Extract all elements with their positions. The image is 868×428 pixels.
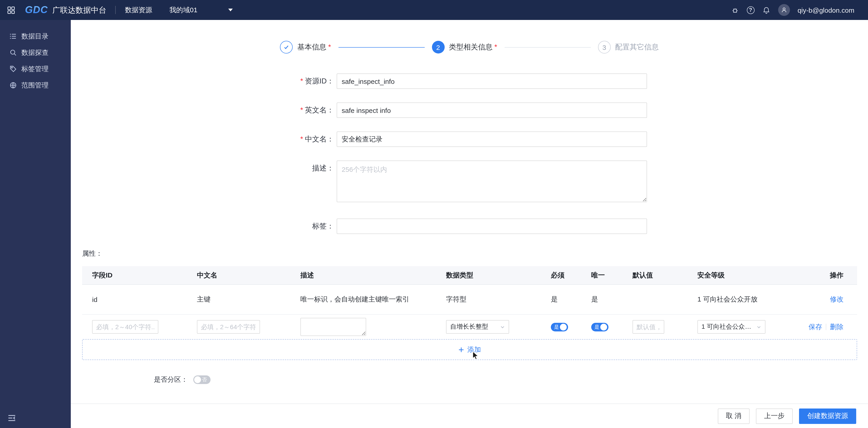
data-type-select-value: 自增长长整型: [450, 323, 488, 331]
domain-select-value: 我的域01: [169, 6, 197, 14]
bug-icon[interactable]: [731, 6, 739, 14]
cell-field-id: id: [92, 296, 197, 303]
cell-unique: 是: [591, 295, 632, 304]
user-email[interactable]: qiy-b@glodon.com: [798, 6, 855, 14]
step-type-info[interactable]: 2 类型相关信息*: [432, 41, 497, 54]
app-root: GDC 广联达数据中台 数据资源 我的域01 ?: [0, 0, 868, 428]
partition-toggle[interactable]: 否: [193, 375, 211, 384]
toggle-knob: [560, 324, 567, 330]
tag-icon: [9, 65, 17, 72]
required-mark: *: [300, 106, 303, 114]
required-mark: *: [300, 135, 303, 143]
sidebar: 数据目录 数据探查 标签管理 范围管理: [0, 20, 71, 428]
tag-label: 标签：: [71, 219, 334, 231]
catalog-list-icon: [9, 33, 17, 40]
partition-row: 是否分区： 否: [154, 375, 868, 384]
tag-input[interactable]: [337, 219, 647, 234]
footer-actions: 取 消 上一步 创建数据资源: [71, 403, 868, 428]
sidebar-item-data-explore[interactable]: 数据探查: [0, 44, 71, 61]
sidebar-item-scope-manage[interactable]: 范围管理: [0, 77, 71, 93]
resource-id-input[interactable]: [337, 73, 647, 89]
save-link[interactable]: 保存: [809, 323, 822, 331]
form-row: 标签：: [71, 219, 868, 234]
col-header-required: 必须: [551, 271, 591, 279]
bell-icon[interactable]: [762, 6, 770, 14]
step-basic-info[interactable]: 基本信息*: [280, 41, 331, 54]
col-header-security: 安全等级: [698, 271, 806, 279]
step-label: 基本信息*: [298, 42, 331, 52]
sidebar-item-label: 数据探查: [21, 48, 49, 57]
previous-step-button[interactable]: 上一步: [756, 408, 793, 424]
sidebar-item-label: 数据目录: [21, 32, 49, 41]
toggle-on-label: 是: [554, 324, 559, 329]
cell-security: 1 可向社会公众开放: [698, 295, 806, 304]
sidebar-item-data-catalog[interactable]: 数据目录: [0, 28, 71, 44]
add-attribute-label: 添加: [467, 345, 481, 354]
step-number: 3: [598, 41, 611, 54]
step-connector: [504, 47, 591, 47]
action-divider: [826, 324, 826, 330]
col-header-data-type: 数据类型: [446, 271, 551, 279]
globe-icon: [9, 81, 17, 89]
field-cn-name-input[interactable]: [197, 320, 260, 334]
nav-item-data-resource[interactable]: 数据资源: [125, 6, 152, 14]
english-name-input[interactable]: [337, 102, 647, 118]
plus-icon: [458, 347, 464, 353]
magnifier-icon: [9, 49, 17, 56]
step-other-config[interactable]: 3 配置其它信息: [598, 41, 659, 54]
topbar-right: ? qiy-b@glodon.com: [731, 4, 868, 16]
form-row: 描述：: [71, 161, 868, 202]
attributes-table: 字段ID 中文名 描述 数据类型 必须 唯一 默认值 安全等级 操作 id 主键…: [82, 266, 857, 339]
cell-required: 是: [551, 295, 591, 304]
cell-data-type: 字符型: [446, 295, 551, 304]
required-toggle[interactable]: 是: [551, 323, 568, 331]
add-attribute-button[interactable]: 添加: [82, 339, 857, 360]
field-description-textarea[interactable]: [300, 318, 366, 336]
resource-id-label: *资源ID：: [71, 73, 334, 86]
security-level-select[interactable]: 1 可向社会公众开放: [698, 320, 766, 334]
help-icon[interactable]: ?: [747, 6, 754, 14]
security-level-select-value: 1 可向社会公众开放: [702, 323, 754, 331]
sidebar-collapse-icon[interactable]: [7, 414, 16, 423]
default-value-input[interactable]: [632, 320, 664, 334]
step-label: 类型相关信息*: [449, 42, 497, 52]
partition-label: 是否分区：: [154, 375, 188, 384]
attributes-section-title: 属性：: [82, 250, 868, 258]
data-type-select[interactable]: 自增长长整型: [446, 320, 509, 334]
attributes-table-header: 字段ID 中文名 描述 数据类型 必须 唯一 默认值 安全等级 操作: [82, 266, 857, 285]
create-data-resource-button[interactable]: 创建数据资源: [799, 408, 856, 424]
delete-link[interactable]: 删除: [830, 323, 843, 331]
topbar-divider: [116, 6, 116, 14]
cancel-button[interactable]: 取 消: [718, 408, 750, 424]
chevron-down-icon: [500, 324, 505, 329]
cell-description: 唯一标识，会自动创建主键唯一索引: [300, 295, 446, 304]
step-indicator: 基本信息* 2 类型相关信息* 3 配置其它信息: [71, 41, 868, 54]
english-name-label: *英文名：: [71, 102, 334, 115]
table-row: id 主键 唯一标识，会自动创建主键唯一索引 字符型 是 是 1 可向社会公众开…: [82, 285, 857, 315]
toggle-knob: [600, 324, 607, 330]
col-header-default: 默认值: [632, 271, 698, 279]
col-header-actions: 操作: [806, 271, 857, 279]
sidebar-item-tag-manage[interactable]: 标签管理: [0, 61, 71, 77]
chinese-name-input[interactable]: [337, 131, 647, 147]
description-label: 描述：: [71, 161, 334, 173]
edit-link[interactable]: 修改: [830, 295, 843, 304]
required-mark: *: [300, 77, 303, 85]
user-avatar[interactable]: [778, 4, 790, 16]
domain-select[interactable]: 我的域01: [169, 6, 233, 14]
description-textarea[interactable]: [337, 161, 647, 202]
attribute-editor-row: 自增长长整型 是 是: [82, 315, 857, 339]
col-header-cn-name: 中文名: [197, 271, 300, 279]
form-row: *中文名：: [71, 131, 868, 147]
type-info-form: *资源ID： *英文名： *中文名： 描述： 标签：: [71, 73, 868, 234]
field-id-input[interactable]: [92, 320, 158, 334]
step-connector: [338, 47, 425, 47]
chevron-down-icon: [228, 9, 233, 11]
gdc-logo: GDC: [25, 4, 48, 16]
cell-cn-name: 主键: [197, 295, 300, 304]
form-row: *英文名：: [71, 102, 868, 118]
unique-toggle[interactable]: 是: [591, 323, 609, 331]
col-header-field-id: 字段ID: [92, 271, 197, 279]
apps-grid-icon[interactable]: [7, 6, 15, 14]
chevron-down-icon: [756, 324, 762, 329]
